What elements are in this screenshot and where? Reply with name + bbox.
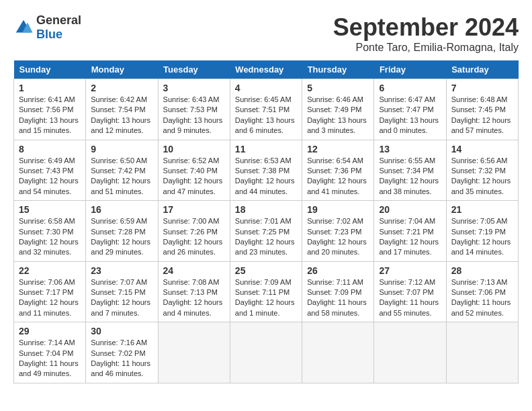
- day-number: 14: [451, 144, 513, 154]
- day-cell: 1Sunrise: 6:41 AM Sunset: 7:56 PM Daylig…: [14, 79, 86, 140]
- day-info: Sunrise: 6:53 AM Sunset: 7:38 PM Dayligh…: [235, 156, 297, 197]
- day-info: Sunrise: 6:48 AM Sunset: 7:45 PM Dayligh…: [451, 95, 513, 136]
- logo-blue-text: Blue: [36, 28, 62, 41]
- day-cell: 20Sunrise: 7:04 AM Sunset: 7:21 PM Dayli…: [374, 201, 446, 262]
- day-number: 27: [379, 265, 441, 276]
- day-number: 30: [91, 326, 152, 336]
- day-cell: 15Sunrise: 6:58 AM Sunset: 7:30 PM Dayli…: [14, 201, 86, 262]
- month-title: September 2024: [333, 13, 519, 42]
- day-number: 7: [451, 83, 513, 93]
- day-number: 29: [19, 326, 81, 336]
- day-number: 21: [451, 204, 513, 215]
- day-cell: 16Sunrise: 6:59 AM Sunset: 7:28 PM Dayli…: [86, 201, 158, 262]
- calendar-header-row: SundayMondayTuesdayWednesdayThursdayFrid…: [14, 60, 519, 79]
- day-number: 11: [235, 144, 297, 154]
- day-info: Sunrise: 7:12 AM Sunset: 7:07 PM Dayligh…: [379, 277, 441, 319]
- day-cell: 11Sunrise: 6:53 AM Sunset: 7:38 PM Dayli…: [230, 140, 302, 201]
- day-info: Sunrise: 6:54 AM Sunset: 7:36 PM Dayligh…: [307, 156, 369, 197]
- title-area: September 2024 Ponte Taro, Emilia-Romagn…: [333, 13, 519, 54]
- week-row-4: 22Sunrise: 7:06 AM Sunset: 7:17 PM Dayli…: [14, 261, 519, 322]
- day-cell: 6Sunrise: 6:47 AM Sunset: 7:47 PM Daylig…: [374, 79, 446, 140]
- col-header-saturday: Saturday: [446, 60, 518, 79]
- day-info: Sunrise: 6:45 AM Sunset: 7:51 PM Dayligh…: [235, 95, 297, 136]
- logo-general-text: General: [36, 13, 81, 27]
- day-cell: 23Sunrise: 7:07 AM Sunset: 7:15 PM Dayli…: [86, 261, 158, 322]
- logo: General Blue: [13, 13, 81, 42]
- day-info: Sunrise: 7:07 AM Sunset: 7:15 PM Dayligh…: [91, 277, 152, 319]
- day-info: Sunrise: 6:55 AM Sunset: 7:34 PM Dayligh…: [379, 156, 441, 197]
- day-info: Sunrise: 6:56 AM Sunset: 7:32 PM Dayligh…: [451, 156, 513, 197]
- day-cell: [158, 322, 230, 383]
- day-number: 28: [451, 265, 513, 276]
- day-cell: 2Sunrise: 6:42 AM Sunset: 7:54 PM Daylig…: [86, 79, 158, 140]
- day-info: Sunrise: 7:06 AM Sunset: 7:17 PM Dayligh…: [19, 277, 81, 319]
- day-info: Sunrise: 7:13 AM Sunset: 7:06 PM Dayligh…: [451, 277, 513, 319]
- week-row-2: 8Sunrise: 6:49 AM Sunset: 7:43 PM Daylig…: [14, 140, 519, 201]
- day-cell: 24Sunrise: 7:08 AM Sunset: 7:13 PM Dayli…: [158, 261, 230, 322]
- day-cell: 18Sunrise: 7:01 AM Sunset: 7:25 PM Dayli…: [230, 201, 302, 262]
- calendar-table: SundayMondayTuesdayWednesdayThursdayFrid…: [13, 60, 519, 383]
- day-cell: 19Sunrise: 7:02 AM Sunset: 7:23 PM Dayli…: [302, 201, 374, 262]
- day-cell: [374, 322, 446, 383]
- week-row-1: 1Sunrise: 6:41 AM Sunset: 7:56 PM Daylig…: [14, 79, 519, 140]
- day-cell: 7Sunrise: 6:48 AM Sunset: 7:45 PM Daylig…: [446, 79, 518, 140]
- day-cell: 29Sunrise: 7:14 AM Sunset: 7:04 PM Dayli…: [14, 322, 86, 383]
- day-number: 12: [307, 144, 369, 154]
- day-cell: 30Sunrise: 7:16 AM Sunset: 7:02 PM Dayli…: [86, 322, 158, 383]
- day-info: Sunrise: 7:16 AM Sunset: 7:02 PM Dayligh…: [91, 338, 152, 379]
- day-cell: [302, 322, 374, 383]
- day-cell: 25Sunrise: 7:09 AM Sunset: 7:11 PM Dayli…: [230, 261, 302, 322]
- day-info: Sunrise: 6:46 AM Sunset: 7:49 PM Dayligh…: [307, 95, 369, 136]
- col-header-tuesday: Tuesday: [158, 60, 230, 79]
- col-header-sunday: Sunday: [14, 60, 86, 79]
- header: General Blue September 2024 Ponte Taro, …: [13, 13, 519, 54]
- day-number: 15: [19, 204, 81, 215]
- day-cell: 12Sunrise: 6:54 AM Sunset: 7:36 PM Dayli…: [302, 140, 374, 201]
- day-cell: 27Sunrise: 7:12 AM Sunset: 7:07 PM Dayli…: [374, 261, 446, 322]
- day-cell: 10Sunrise: 6:52 AM Sunset: 7:40 PM Dayli…: [158, 140, 230, 201]
- day-cell: 4Sunrise: 6:45 AM Sunset: 7:51 PM Daylig…: [230, 79, 302, 140]
- col-header-wednesday: Wednesday: [230, 60, 302, 79]
- day-cell: 21Sunrise: 7:05 AM Sunset: 7:19 PM Dayli…: [446, 201, 518, 262]
- day-info: Sunrise: 7:00 AM Sunset: 7:26 PM Dayligh…: [163, 216, 225, 258]
- day-number: 10: [163, 144, 225, 154]
- day-cell: 22Sunrise: 7:06 AM Sunset: 7:17 PM Dayli…: [14, 261, 86, 322]
- day-info: Sunrise: 6:42 AM Sunset: 7:54 PM Dayligh…: [91, 95, 152, 136]
- day-cell: 9Sunrise: 6:50 AM Sunset: 7:42 PM Daylig…: [86, 140, 158, 201]
- day-info: Sunrise: 6:59 AM Sunset: 7:28 PM Dayligh…: [91, 216, 152, 258]
- day-cell: [446, 322, 518, 383]
- day-number: 22: [19, 265, 81, 276]
- day-number: 13: [379, 144, 441, 154]
- location-subtitle: Ponte Taro, Emilia-Romagna, Italy: [333, 42, 519, 54]
- col-header-friday: Friday: [374, 60, 446, 79]
- day-info: Sunrise: 7:08 AM Sunset: 7:13 PM Dayligh…: [163, 277, 225, 319]
- day-cell: 13Sunrise: 6:55 AM Sunset: 7:34 PM Dayli…: [374, 140, 446, 201]
- day-number: 6: [379, 83, 441, 93]
- day-cell: 17Sunrise: 7:00 AM Sunset: 7:26 PM Dayli…: [158, 201, 230, 262]
- logo-icon: [13, 17, 34, 38]
- day-number: 26: [307, 265, 369, 276]
- day-cell: 26Sunrise: 7:11 AM Sunset: 7:09 PM Dayli…: [302, 261, 374, 322]
- day-cell: [230, 322, 302, 383]
- day-cell: 28Sunrise: 7:13 AM Sunset: 7:06 PM Dayli…: [446, 261, 518, 322]
- day-number: 25: [235, 265, 297, 276]
- week-row-5: 29Sunrise: 7:14 AM Sunset: 7:04 PM Dayli…: [14, 322, 519, 383]
- day-info: Sunrise: 7:11 AM Sunset: 7:09 PM Dayligh…: [307, 277, 369, 319]
- day-cell: 8Sunrise: 6:49 AM Sunset: 7:43 PM Daylig…: [14, 140, 86, 201]
- day-number: 3: [163, 83, 225, 93]
- day-number: 9: [91, 144, 152, 154]
- day-number: 17: [163, 204, 225, 215]
- day-info: Sunrise: 7:04 AM Sunset: 7:21 PM Dayligh…: [379, 216, 441, 258]
- day-number: 23: [91, 265, 152, 276]
- week-row-3: 15Sunrise: 6:58 AM Sunset: 7:30 PM Dayli…: [14, 201, 519, 262]
- day-info: Sunrise: 6:43 AM Sunset: 7:53 PM Dayligh…: [163, 95, 225, 136]
- day-number: 4: [235, 83, 297, 93]
- day-info: Sunrise: 7:14 AM Sunset: 7:04 PM Dayligh…: [19, 338, 81, 379]
- day-number: 16: [91, 204, 152, 215]
- day-cell: 14Sunrise: 6:56 AM Sunset: 7:32 PM Dayli…: [446, 140, 518, 201]
- day-number: 24: [163, 265, 225, 276]
- day-number: 19: [307, 204, 369, 215]
- day-info: Sunrise: 6:50 AM Sunset: 7:42 PM Dayligh…: [91, 156, 152, 197]
- day-cell: 3Sunrise: 6:43 AM Sunset: 7:53 PM Daylig…: [158, 79, 230, 140]
- day-number: 20: [379, 204, 441, 215]
